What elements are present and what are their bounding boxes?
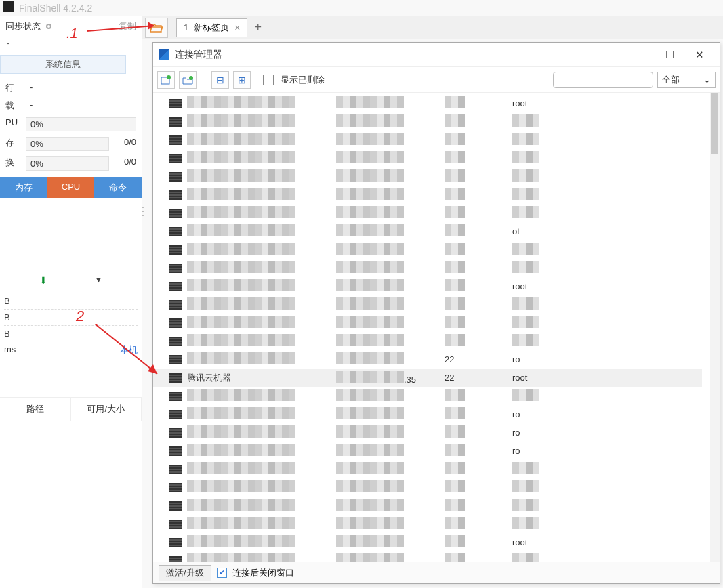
size-header[interactable]: 可用/大小 (71, 398, 142, 421)
segment-mem[interactable]: 内存 (0, 177, 47, 198)
terminal-icon (169, 538, 182, 547)
connection-row[interactable] (153, 387, 702, 405)
connection-row[interactable] (153, 515, 702, 533)
system-info-button[interactable]: 系统信息 (0, 55, 126, 74)
connection-ip (336, 389, 445, 403)
terminal-icon (169, 172, 182, 182)
connection-row[interactable] (153, 332, 702, 350)
minimize-button[interactable]: — (625, 49, 655, 60)
connection-user (512, 517, 580, 531)
connection-port (445, 425, 512, 440)
connection-row[interactable]: ot (153, 222, 702, 240)
connection-port (445, 407, 512, 421)
close-after-label: 连接后关闭窗口 (232, 567, 294, 579)
connection-name (187, 169, 336, 184)
connection-ip (336, 114, 445, 129)
connection-row[interactable]: ro (153, 442, 702, 460)
connection-list[interactable]: roototroot22ro腾讯云机器.3522rootrorororoot (153, 93, 720, 562)
connection-row[interactable] (153, 149, 702, 167)
connection-row[interactable]: ro (153, 405, 702, 423)
tab-new[interactable]: 1 新标签页 × (176, 18, 247, 37)
new-connection-button[interactable] (157, 71, 175, 89)
connection-ip (336, 224, 445, 238)
connection-ip (336, 261, 445, 275)
terminal-icon (169, 501, 182, 511)
connection-row[interactable]: 腾讯云机器.3522root (153, 369, 702, 387)
connection-manager-window: 连接管理器 — ☐ ✕ ⊟ ⊞ 显示已删除 🔍 全部 ⌄ roototroot2… (152, 42, 720, 584)
connection-port (445, 133, 512, 147)
connection-port (445, 261, 512, 275)
connection-user: ro (512, 409, 580, 419)
segment-cmd[interactable]: 命令 (94, 177, 142, 198)
connection-name: 腾讯云机器 (187, 372, 336, 384)
scrollbar-thumb[interactable] (711, 93, 718, 154)
connection-ip (336, 297, 445, 312)
run-value: - (26, 82, 136, 94)
mem-extra: 0/0 (109, 137, 136, 151)
connection-row[interactable] (153, 314, 702, 332)
run-label: 行 (5, 82, 26, 94)
connection-row[interactable] (153, 240, 702, 259)
connection-name (187, 334, 336, 348)
panel-divider-handle[interactable]: ⋮⋮⋮ (140, 203, 145, 230)
connection-row[interactable] (153, 167, 702, 186)
connection-ip (336, 352, 445, 366)
connection-row[interactable]: root (153, 277, 702, 295)
terminal-icon (169, 556, 182, 562)
scrollbar-vertical[interactable] (710, 93, 720, 562)
close-after-checkbox[interactable]: ✔ (217, 568, 227, 578)
connection-name (187, 224, 336, 238)
connection-row[interactable] (153, 460, 702, 478)
connection-row[interactable]: root (153, 533, 702, 551)
connection-user: ro (512, 427, 580, 438)
terminal-icon (169, 227, 182, 236)
cm-title: 连接管理器 (175, 49, 625, 61)
segment-cpu[interactable]: CPU (47, 177, 95, 198)
connection-row[interactable]: 22ro (153, 350, 702, 369)
segment-tabs: 内存 CPU 命令 (0, 177, 142, 198)
connection-port (445, 243, 512, 257)
terminal-icon (169, 373, 182, 383)
filter-select[interactable]: 全部 ⌄ (657, 72, 716, 88)
show-deleted-checkbox[interactable] (263, 75, 274, 85)
search-input[interactable] (553, 72, 653, 88)
connection-port (445, 96, 512, 110)
activate-upgrade-button[interactable]: 激活/升级 (159, 565, 211, 581)
connection-user (512, 188, 580, 202)
connection-row[interactable]: root (153, 94, 702, 112)
mem-label: 存 (5, 137, 26, 151)
svg-point-1 (167, 75, 171, 79)
connection-row[interactable] (153, 186, 702, 204)
connection-user: root (512, 98, 580, 108)
new-folder-button[interactable] (179, 71, 197, 89)
app-title: FinalShell 4.2.4.2 (19, 3, 92, 14)
terminal-icon (169, 154, 182, 163)
connection-ip (336, 206, 445, 220)
connection-row[interactable] (153, 204, 702, 222)
connection-row[interactable]: ro (153, 423, 702, 442)
download-icon[interactable]: ⬇ (39, 275, 47, 286)
connection-row[interactable] (153, 551, 702, 562)
maximize-button[interactable]: ☐ (655, 49, 684, 61)
sync-status-label: 同步状态 (5, 21, 41, 31)
connection-row[interactable] (153, 259, 702, 277)
connection-row[interactable] (153, 497, 702, 515)
connection-row[interactable] (153, 478, 702, 497)
connection-row[interactable] (153, 131, 702, 149)
path-header[interactable]: 路径 (0, 398, 71, 421)
cm-titlebar[interactable]: 连接管理器 — ☐ ✕ (153, 43, 720, 67)
connection-port (445, 114, 512, 129)
close-button[interactable]: ✕ (684, 49, 714, 61)
connection-row[interactable] (153, 295, 702, 314)
connection-name (187, 462, 336, 476)
b-row-0: B (4, 296, 10, 306)
connection-port (445, 444, 512, 458)
connection-row[interactable] (153, 112, 702, 131)
add-tab-button[interactable]: + (254, 20, 262, 35)
terminal-icon (169, 264, 182, 273)
tab-close-icon[interactable]: × (234, 22, 240, 33)
expand-all-button[interactable]: ⊞ (233, 71, 251, 89)
connection-ip: .35 (336, 371, 445, 385)
collapse-all-button[interactable]: ⊟ (211, 71, 229, 89)
dropdown-icon[interactable]: ▼ (95, 275, 103, 286)
